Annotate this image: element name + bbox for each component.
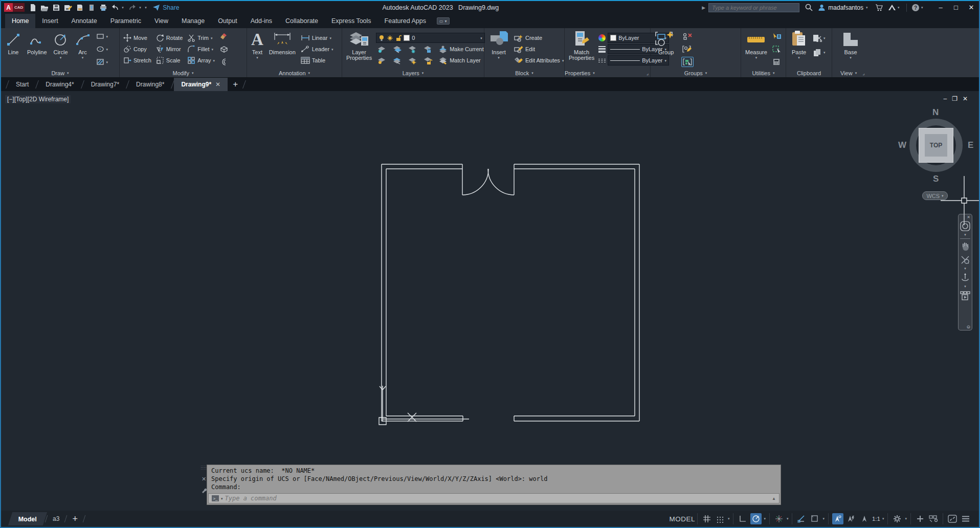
group-edit-button[interactable] <box>681 44 694 54</box>
grid-toggle[interactable] <box>701 513 712 524</box>
maximize-button[interactable]: □ <box>948 1 964 14</box>
viewcube-east[interactable]: E <box>968 140 973 150</box>
pan-button[interactable] <box>961 240 970 253</box>
snap-toggle[interactable] <box>715 513 726 524</box>
panel-label-modify[interactable]: Modify▾ <box>120 69 247 77</box>
app-store-cart-button[interactable] <box>875 4 883 11</box>
clean-screen-button[interactable] <box>947 513 958 524</box>
ortho-toggle[interactable] <box>737 513 748 524</box>
layer-lock-button[interactable] <box>422 44 433 54</box>
share-button[interactable]: Share <box>152 4 179 11</box>
search-icon[interactable] <box>805 4 813 11</box>
file-tab-drawing4[interactable]: Drawing4* <box>38 78 81 91</box>
rectangle-button[interactable]: ▾ <box>95 31 109 41</box>
annotation-autoscale-toggle[interactable] <box>845 513 857 524</box>
match-properties-button[interactable]: Match Properties <box>567 30 596 69</box>
line-button[interactable]: Line <box>4 30 23 69</box>
redo-button[interactable] <box>127 3 138 13</box>
tab-collaborate[interactable]: Collaborate <box>279 14 325 28</box>
layer-unisolate-button[interactable] <box>391 44 403 54</box>
drawing-canvas[interactable]: [−][Top][2D Wireframe] – ❐ ✕ N S W E TOP… <box>1 91 979 511</box>
zoom-button[interactable] <box>961 253 970 267</box>
copy-button[interactable]: Copy <box>122 44 152 54</box>
lineweight-dropdown[interactable]: ▾ <box>822 517 825 521</box>
plot-button[interactable] <box>75 3 85 13</box>
file-tab-start[interactable]: Start <box>9 78 36 91</box>
quick-select-button[interactable] <box>771 31 783 41</box>
tab-parametric[interactable]: Parametric <box>104 14 148 28</box>
autodesk-apps-button[interactable]: ▾ <box>888 4 902 11</box>
file-tab-drawing7[interactable]: Drawing7* <box>84 78 126 91</box>
command-scroll-up-icon[interactable]: ▲ <box>772 496 776 501</box>
app-menu-button[interactable]: A CAD <box>4 3 25 12</box>
annotation-scale-icon[interactable] <box>859 513 870 524</box>
undo-button[interactable] <box>110 3 120 13</box>
dimension-button[interactable]: Dimension <box>268 30 297 69</box>
navbar-close-icon[interactable]: ✕ <box>967 215 970 219</box>
tab-output[interactable]: Output <box>211 14 244 28</box>
layer-match-button[interactable] <box>391 55 403 65</box>
annotation-scale-dropdown[interactable]: ▾ <box>882 517 884 521</box>
panel-label-layers[interactable]: Layers▾ <box>342 69 484 77</box>
tab-addins[interactable]: Add-ins <box>244 14 279 28</box>
tab-insert[interactable]: Insert <box>35 14 64 28</box>
paste-button[interactable]: Paste ▾ <box>789 30 809 69</box>
model-tab[interactable]: Model <box>8 512 48 525</box>
save-as-button[interactable] <box>63 3 73 13</box>
viewcube-north[interactable]: N <box>932 107 939 118</box>
wcs-menu[interactable]: WCS▾ <box>922 191 948 200</box>
copy-clip-button[interactable]: ▾ <box>812 47 827 57</box>
polar-tracking-toggle[interactable] <box>750 513 762 524</box>
viewcube-south[interactable]: S <box>933 174 939 184</box>
layer-select[interactable]: 0 ▾ <box>376 33 485 43</box>
print-button[interactable] <box>98 3 108 13</box>
tab-express-tools[interactable]: Express Tools <box>325 14 378 28</box>
quick-calculator-button[interactable] <box>771 44 783 54</box>
open-file-button[interactable] <box>39 3 50 13</box>
layer-thaw-all-button[interactable] <box>407 55 418 65</box>
mobile-upload-button[interactable] <box>86 3 97 13</box>
grip-dots-icon[interactable]: :::::::: <box>201 466 207 470</box>
recent-commands-dropdown[interactable]: ▾ <box>221 497 223 500</box>
navbar-customize-icon[interactable]: ⊖ <box>966 324 970 329</box>
linear-dimension-button[interactable]: Linear▾ <box>300 33 335 43</box>
customization-menu-button[interactable] <box>960 513 971 524</box>
object-snap-toggle[interactable] <box>796 513 807 524</box>
snap-dropdown[interactable]: ▾ <box>728 517 730 521</box>
circle-button[interactable]: Circle ▾ <box>51 30 71 69</box>
viewcube[interactable]: N S W E TOP <box>905 109 967 186</box>
command-input[interactable] <box>225 495 770 502</box>
command-prompt-icon[interactable]: >_ <box>212 495 219 501</box>
new-drawing-tab-button[interactable]: + <box>228 78 243 91</box>
tab-featured-apps[interactable]: Featured Apps <box>378 14 433 28</box>
scale-button[interactable]: Scale <box>155 55 184 65</box>
object-snap-tracking-toggle[interactable] <box>773 513 785 524</box>
insert-block-button[interactable]: Insert ▾ <box>487 30 510 69</box>
save-button[interactable] <box>51 3 61 13</box>
edit-block-button[interactable]: Edit <box>513 44 565 54</box>
model-space-badge[interactable]: MODEL <box>669 515 695 523</box>
workspace-dropdown[interactable]: ▾ <box>905 517 907 521</box>
tab-manage[interactable]: Manage <box>175 14 211 28</box>
lineweight-display-toggle[interactable] <box>809 513 820 524</box>
viewport-controls[interactable]: [−][Top][2D Wireframe] <box>5 95 71 103</box>
create-block-button[interactable]: Create <box>513 33 565 43</box>
panel-label-annotation[interactable]: Annotation▾ <box>247 69 342 77</box>
table-button[interactable]: Table <box>300 55 335 65</box>
match-layer-button[interactable]: Match Layer <box>437 55 482 65</box>
offset-button[interactable] <box>218 57 230 67</box>
annotation-scale-value[interactable]: 1:1 <box>872 516 880 522</box>
qat-customize-dropdown[interactable]: ▾ <box>145 6 149 10</box>
minimize-button[interactable]: – <box>933 1 948 14</box>
mirror-button[interactable]: Mirror <box>155 44 184 54</box>
search-input[interactable] <box>708 3 799 12</box>
ellipse-button[interactable]: ▾ <box>95 44 109 54</box>
navigation-wheel-button[interactable] <box>960 219 970 233</box>
ribbon-display-toggle[interactable]: ▭▾ <box>437 17 450 25</box>
stretch-button[interactable]: Stretch <box>122 55 152 65</box>
panel-label-view[interactable]: View▾⌟ <box>832 69 979 77</box>
panel-label-block[interactable]: Block▾ <box>484 69 564 77</box>
cut-button[interactable]: ▾ <box>812 33 827 43</box>
panel-label-utilities[interactable]: Utilities▾ <box>741 69 786 77</box>
edit-attributes-button[interactable]: Edit Attributes▾ <box>513 55 565 65</box>
